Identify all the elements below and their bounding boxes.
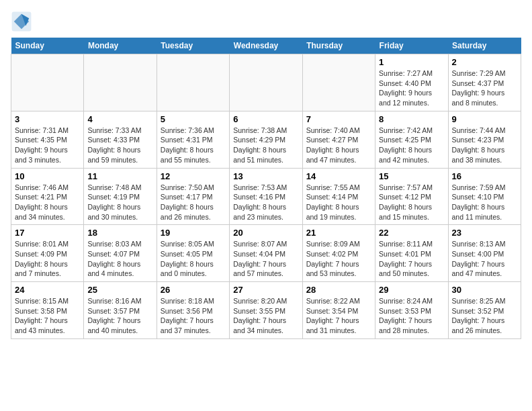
day-info: Sunrise: 8:18 AM Sunset: 3:56 PM Dayligh…	[161, 296, 226, 336]
calendar-week-3: 10Sunrise: 7:46 AM Sunset: 4:21 PM Dayli…	[11, 168, 521, 225]
day-info: Sunrise: 7:29 AM Sunset: 4:37 PM Dayligh…	[452, 68, 517, 108]
weekday-header-tuesday: Tuesday	[157, 38, 229, 54]
day-number: 22	[379, 228, 444, 238]
day-number: 21	[306, 228, 371, 238]
day-number: 14	[306, 171, 371, 181]
day-info: Sunrise: 7:57 AM Sunset: 4:12 PM Dayligh…	[379, 183, 444, 222]
day-number: 7	[306, 114, 371, 124]
calendar-cell: 12Sunrise: 7:50 AM Sunset: 4:17 PM Dayli…	[157, 168, 229, 225]
calendar-cell: 28Sunrise: 8:22 AM Sunset: 3:54 PM Dayli…	[302, 282, 375, 339]
calendar-cell: 19Sunrise: 8:05 AM Sunset: 4:05 PM Dayli…	[157, 225, 229, 282]
calendar-cell	[157, 54, 229, 111]
day-info: Sunrise: 8:13 AM Sunset: 4:00 PM Dayligh…	[452, 239, 517, 279]
day-number: 12	[161, 171, 226, 181]
day-number: 2	[452, 57, 517, 67]
calendar-cell	[84, 54, 157, 111]
calendar-week-4: 17Sunrise: 8:01 AM Sunset: 4:09 PM Dayli…	[11, 225, 521, 282]
day-info: Sunrise: 8:20 AM Sunset: 3:55 PM Dayligh…	[233, 296, 298, 336]
weekday-header-thursday: Thursday	[302, 38, 375, 54]
calendar-cell: 7Sunrise: 7:40 AM Sunset: 4:27 PM Daylig…	[302, 111, 375, 168]
day-info: Sunrise: 7:38 AM Sunset: 4:29 PM Dayligh…	[233, 126, 298, 165]
day-info: Sunrise: 8:24 AM Sunset: 3:53 PM Dayligh…	[379, 296, 444, 336]
calendar-week-2: 3Sunrise: 7:31 AM Sunset: 4:35 PM Daylig…	[11, 111, 521, 168]
day-info: Sunrise: 7:59 AM Sunset: 4:10 PM Dayligh…	[452, 183, 517, 222]
calendar-cell: 20Sunrise: 8:07 AM Sunset: 4:04 PM Dayli…	[230, 225, 302, 282]
weekday-header-saturday: Saturday	[448, 38, 521, 54]
day-number: 25	[87, 285, 152, 295]
day-info: Sunrise: 7:31 AM Sunset: 4:35 PM Dayligh…	[15, 126, 80, 165]
logo-icon	[11, 11, 32, 32]
day-number: 19	[161, 228, 226, 238]
calendar-cell: 9Sunrise: 7:44 AM Sunset: 4:23 PM Daylig…	[448, 111, 521, 168]
day-number: 6	[233, 114, 298, 124]
day-info: Sunrise: 8:22 AM Sunset: 3:54 PM Dayligh…	[306, 296, 371, 336]
day-info: Sunrise: 8:11 AM Sunset: 4:01 PM Dayligh…	[379, 239, 444, 279]
day-number: 8	[379, 114, 444, 124]
calendar-cell: 27Sunrise: 8:20 AM Sunset: 3:55 PM Dayli…	[230, 282, 302, 339]
calendar-cell: 8Sunrise: 7:42 AM Sunset: 4:25 PM Daylig…	[375, 111, 448, 168]
calendar-cell: 17Sunrise: 8:01 AM Sunset: 4:09 PM Dayli…	[11, 225, 84, 282]
calendar-cell: 3Sunrise: 7:31 AM Sunset: 4:35 PM Daylig…	[11, 111, 84, 168]
calendar-cell: 2Sunrise: 7:29 AM Sunset: 4:37 PM Daylig…	[448, 54, 521, 111]
calendar-week-5: 24Sunrise: 8:15 AM Sunset: 3:58 PM Dayli…	[11, 282, 521, 339]
calendar-cell: 6Sunrise: 7:38 AM Sunset: 4:29 PM Daylig…	[230, 111, 302, 168]
day-info: Sunrise: 8:07 AM Sunset: 4:04 PM Dayligh…	[233, 239, 298, 279]
calendar-cell: 24Sunrise: 8:15 AM Sunset: 3:58 PM Dayli…	[11, 282, 84, 339]
calendar-cell	[230, 54, 302, 111]
calendar-cell: 22Sunrise: 8:11 AM Sunset: 4:01 PM Dayli…	[375, 225, 448, 282]
day-info: Sunrise: 7:36 AM Sunset: 4:31 PM Dayligh…	[161, 126, 226, 165]
day-info: Sunrise: 8:15 AM Sunset: 3:58 PM Dayligh…	[15, 296, 80, 336]
day-number: 16	[452, 171, 517, 181]
day-number: 20	[233, 228, 298, 238]
day-info: Sunrise: 7:44 AM Sunset: 4:23 PM Dayligh…	[452, 126, 517, 165]
day-info: Sunrise: 7:27 AM Sunset: 4:40 PM Dayligh…	[379, 68, 444, 108]
logo	[11, 11, 35, 32]
day-number: 24	[15, 285, 80, 295]
day-number: 28	[306, 285, 371, 295]
day-number: 15	[379, 171, 444, 181]
calendar-cell	[302, 54, 375, 111]
weekday-header-monday: Monday	[84, 38, 157, 54]
calendar-cell: 30Sunrise: 8:25 AM Sunset: 3:52 PM Dayli…	[448, 282, 521, 339]
day-number: 17	[15, 228, 80, 238]
day-number: 1	[379, 57, 444, 67]
calendar-cell	[11, 54, 84, 111]
day-info: Sunrise: 8:01 AM Sunset: 4:09 PM Dayligh…	[15, 239, 80, 279]
calendar-cell: 25Sunrise: 8:16 AM Sunset: 3:57 PM Dayli…	[84, 282, 157, 339]
calendar-cell: 1Sunrise: 7:27 AM Sunset: 4:40 PM Daylig…	[375, 54, 448, 111]
calendar-cell: 15Sunrise: 7:57 AM Sunset: 4:12 PM Dayli…	[375, 168, 448, 225]
day-number: 10	[15, 171, 80, 181]
weekday-header-wednesday: Wednesday	[230, 38, 302, 54]
day-info: Sunrise: 8:03 AM Sunset: 4:07 PM Dayligh…	[87, 239, 152, 279]
day-number: 3	[15, 114, 80, 124]
day-number: 26	[161, 285, 226, 295]
day-info: Sunrise: 7:33 AM Sunset: 4:33 PM Dayligh…	[87, 126, 152, 165]
calendar-cell: 16Sunrise: 7:59 AM Sunset: 4:10 PM Dayli…	[448, 168, 521, 225]
page-header	[11, 11, 521, 32]
day-info: Sunrise: 7:42 AM Sunset: 4:25 PM Dayligh…	[379, 126, 444, 165]
calendar-cell: 21Sunrise: 8:09 AM Sunset: 4:02 PM Dayli…	[302, 225, 375, 282]
day-number: 23	[452, 228, 517, 238]
day-info: Sunrise: 8:05 AM Sunset: 4:05 PM Dayligh…	[161, 239, 226, 279]
calendar-cell: 11Sunrise: 7:48 AM Sunset: 4:19 PM Dayli…	[84, 168, 157, 225]
calendar-cell: 4Sunrise: 7:33 AM Sunset: 4:33 PM Daylig…	[84, 111, 157, 168]
day-info: Sunrise: 7:55 AM Sunset: 4:14 PM Dayligh…	[306, 183, 371, 222]
day-number: 27	[233, 285, 298, 295]
day-info: Sunrise: 7:50 AM Sunset: 4:17 PM Dayligh…	[161, 183, 226, 222]
calendar-table: SundayMondayTuesdayWednesdayThursdayFrid…	[11, 38, 521, 339]
day-info: Sunrise: 7:40 AM Sunset: 4:27 PM Dayligh…	[306, 126, 371, 165]
day-info: Sunrise: 7:46 AM Sunset: 4:21 PM Dayligh…	[15, 183, 80, 222]
calendar-cell: 10Sunrise: 7:46 AM Sunset: 4:21 PM Dayli…	[11, 168, 84, 225]
day-info: Sunrise: 8:09 AM Sunset: 4:02 PM Dayligh…	[306, 239, 371, 279]
day-number: 9	[452, 114, 517, 124]
weekday-header-friday: Friday	[375, 38, 448, 54]
day-number: 5	[161, 114, 226, 124]
day-number: 13	[233, 171, 298, 181]
calendar-cell: 23Sunrise: 8:13 AM Sunset: 4:00 PM Dayli…	[448, 225, 521, 282]
calendar-week-1: 1Sunrise: 7:27 AM Sunset: 4:40 PM Daylig…	[11, 54, 521, 111]
day-info: Sunrise: 8:16 AM Sunset: 3:57 PM Dayligh…	[87, 296, 152, 336]
day-number: 11	[87, 171, 152, 181]
calendar-cell: 13Sunrise: 7:53 AM Sunset: 4:16 PM Dayli…	[230, 168, 302, 225]
calendar-cell: 26Sunrise: 8:18 AM Sunset: 3:56 PM Dayli…	[157, 282, 229, 339]
day-number: 18	[87, 228, 152, 238]
